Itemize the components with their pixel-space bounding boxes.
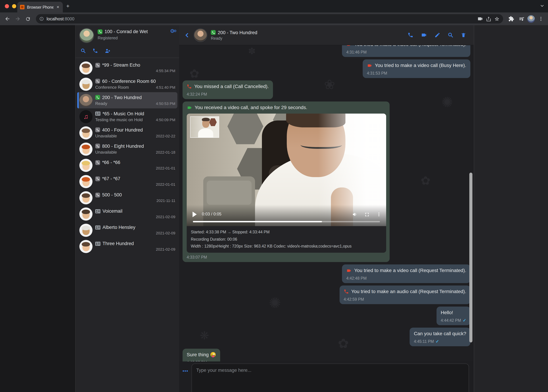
message-time: 4:44:42 PM bbox=[441, 318, 461, 323]
add-contact-icon[interactable] bbox=[104, 48, 111, 54]
contact-time: 4:50:09 PM bbox=[156, 118, 175, 122]
delete-trash-button[interactable] bbox=[461, 32, 466, 38]
contact-row-alberto-hensley[interactable]: Alberto Hensley 2021-02-09 bbox=[77, 222, 177, 238]
contact-time: 2022-01-18 bbox=[156, 150, 175, 154]
contact-time: 4:55:34 PM bbox=[156, 69, 175, 73]
browser-toolbar: localhost:8000 bbox=[0, 12, 548, 25]
contact-row-five-hundred[interactable]: 500 - 500 2021-11-11 bbox=[77, 189, 177, 206]
chat-panel: ✿ ✽ ❀ ❃ ✺ ❋ ✾ ✿ ❀ ✽ ❃ ✺ ❋ ✿ ✾ ❀ ✽ bbox=[179, 25, 474, 392]
search-messages-button[interactable] bbox=[448, 32, 453, 38]
message-time: 4:31:53 PM bbox=[367, 71, 387, 76]
address-bar[interactable]: localhost:8000 bbox=[36, 14, 503, 23]
camera-permission-icon[interactable] bbox=[477, 16, 483, 22]
composer-menu-button[interactable]: ••• bbox=[183, 368, 188, 392]
contact-row-three-hundred[interactable]: Three Hundred 2021-02-09 bbox=[77, 238, 177, 254]
bookmark-star-icon[interactable] bbox=[494, 16, 500, 21]
video-menu-kebab-icon[interactable] bbox=[376, 212, 381, 217]
contact-card-icon bbox=[95, 241, 100, 246]
forward-button[interactable] bbox=[13, 14, 22, 23]
share-icon[interactable] bbox=[486, 16, 491, 21]
avatar bbox=[79, 191, 92, 204]
extensions-puzzle-icon[interactable] bbox=[506, 14, 516, 23]
contact-time: 2021-02-09 bbox=[156, 215, 175, 219]
contact-row-eight-hundred[interactable]: 800 - Eight Hundred Unavailable2022-01-1… bbox=[77, 141, 177, 157]
message-text: You tried to make a video call (Busy Her… bbox=[375, 62, 466, 69]
browser-menu-kebab-icon[interactable] bbox=[536, 14, 545, 23]
contact-time: 2022-01-01 bbox=[156, 182, 175, 186]
window-minimize-button[interactable] bbox=[12, 4, 16, 8]
back-chevron-icon[interactable] bbox=[184, 32, 190, 38]
chat-contact-avatar[interactable] bbox=[194, 28, 207, 42]
contact-row-conference-room[interactable]: 60 - Conference Room 60 Conference Room4… bbox=[77, 76, 177, 92]
contact-row-voicemail[interactable]: Voicemail 2021-02-09 bbox=[77, 206, 177, 222]
contact-list: *99 - Stream Echo 4:55:34 PM 60 - Confer… bbox=[76, 58, 179, 392]
playlist-music-icon[interactable] bbox=[517, 14, 526, 23]
contact-row-two-hundred-selected[interactable]: 200 - Two Hundred Ready4:50:53 PM bbox=[77, 92, 177, 108]
chat-scrollbar-thumb[interactable] bbox=[469, 173, 472, 343]
audio-call-failed-icon bbox=[344, 289, 349, 294]
recording-metadata: Started: 4:33:38 PM → Stopped: 4:33:44 P… bbox=[187, 226, 386, 253]
contact-name: *65 - Music On Hold bbox=[103, 111, 144, 116]
contact-row-stream-echo[interactable]: *99 - Stream Echo 4:55:34 PM bbox=[77, 60, 177, 76]
contact-name: 800 - Eight Hundred bbox=[102, 143, 144, 149]
call-recording-block: 0:03 / 0:05 Started: 4:33:38 PM → Sto bbox=[187, 114, 386, 253]
contact-name: 500 - 500 bbox=[102, 192, 122, 197]
contact-subtitle: Unavailable bbox=[95, 133, 156, 138]
search-icon[interactable] bbox=[80, 48, 86, 54]
avatar bbox=[79, 159, 92, 172]
tab-close-icon[interactable]: ✕ bbox=[56, 5, 60, 10]
new-tab-button[interactable]: + bbox=[66, 3, 69, 9]
delivered-check-icon: ✓ bbox=[463, 318, 466, 323]
recording-duration: Recording Duration: 00:06 bbox=[191, 236, 382, 243]
message-text: You tried to make a video call (Request … bbox=[354, 45, 466, 48]
user-avatar[interactable] bbox=[79, 28, 94, 43]
contact-time: 2022-01-01 bbox=[156, 166, 175, 170]
picture-in-picture-thumbnail bbox=[190, 116, 219, 138]
video-call-button[interactable] bbox=[421, 32, 427, 38]
contact-card-icon bbox=[95, 112, 100, 116]
back-button[interactable] bbox=[3, 14, 12, 23]
contact-row-music-on-hold[interactable]: ♫ *65 - Music On Hold Testing the music … bbox=[77, 108, 177, 125]
left-gutter bbox=[0, 25, 76, 392]
play-button[interactable] bbox=[193, 212, 197, 217]
url-host: localhost bbox=[47, 16, 64, 21]
avatar bbox=[79, 126, 92, 139]
message-text: Hello! bbox=[441, 309, 453, 316]
video-call-failed-icon bbox=[346, 268, 352, 273]
video-player[interactable]: 0:03 / 0:05 bbox=[187, 114, 386, 226]
reload-button[interactable] bbox=[23, 14, 32, 23]
chevron-down-icon[interactable] bbox=[540, 3, 545, 8]
contacts-sidebar: 100 - Conrad de Wet Registered ⚙⚙ * bbox=[76, 25, 179, 392]
video-progress-bar[interactable] bbox=[193, 221, 380, 222]
contact-name: 60 - Conference Room 60 bbox=[102, 78, 156, 84]
contact-time: 2022-02-22 bbox=[156, 134, 175, 138]
tab-browser-phone[interactable]: Browser Phone ✕ bbox=[17, 2, 63, 12]
window-close-button[interactable] bbox=[5, 4, 9, 8]
contact-row-star67[interactable]: *67 - *67 2022-01-01 bbox=[77, 173, 177, 189]
registered-phone-badge-icon bbox=[98, 29, 103, 34]
right-gutter bbox=[474, 25, 548, 392]
message-text: Can you take call quick? bbox=[414, 330, 466, 337]
site-info-icon[interactable] bbox=[39, 17, 44, 21]
avatar bbox=[79, 207, 92, 220]
video-call-failed-icon bbox=[367, 63, 372, 68]
video-call-failed-icon bbox=[346, 45, 352, 47]
message-list[interactable]: You tried to make a video call (Request … bbox=[179, 45, 474, 361]
volume-icon[interactable] bbox=[352, 212, 358, 217]
browser-window: Browser Phone ✕ + localhost:8000 bbox=[0, 0, 548, 392]
message-bubble: You tried to make a video call (Request … bbox=[342, 45, 470, 57]
fullscreen-icon[interactable] bbox=[364, 212, 370, 217]
edit-pencil-button[interactable] bbox=[434, 32, 440, 38]
avatar bbox=[79, 224, 92, 237]
message-time: 4:46:07 PM bbox=[187, 360, 207, 361]
settings-gear-icon[interactable]: ⚙⚙ bbox=[170, 28, 176, 34]
dialpad-phone-icon[interactable] bbox=[92, 48, 98, 54]
browser-profile-avatar[interactable] bbox=[527, 15, 535, 23]
audio-call-button[interactable] bbox=[408, 32, 413, 38]
contact-name: 400 - Four Hundred bbox=[102, 127, 143, 132]
delivered-check-icon: ✓ bbox=[436, 339, 439, 344]
message-input[interactable] bbox=[191, 364, 469, 392]
contact-row-four-hundred[interactable]: 400 - Four Hundred Unavailable2022-02-22 bbox=[77, 125, 177, 141]
contact-name: 200 - Two Hundred bbox=[102, 95, 142, 100]
contact-row-star66[interactable]: *66 - *66 2022-01-01 bbox=[77, 157, 177, 173]
